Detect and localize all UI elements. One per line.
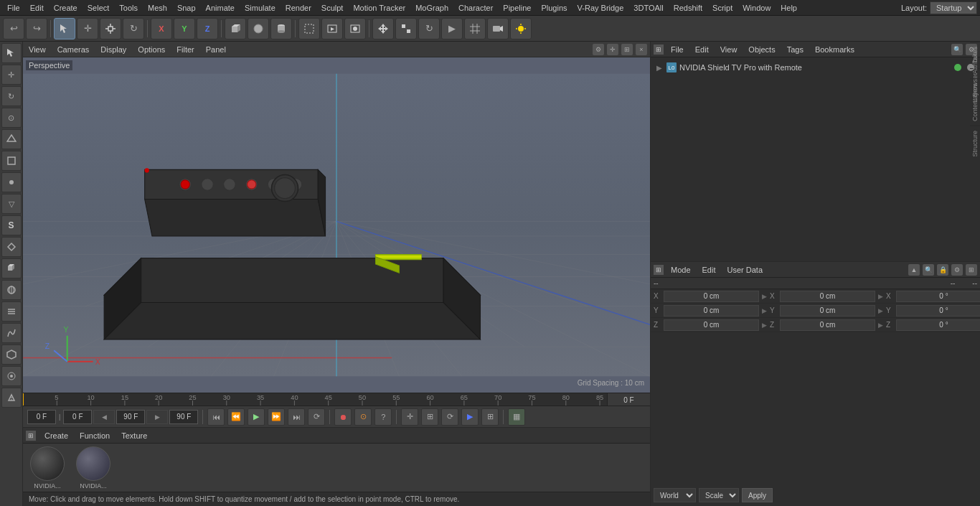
play-mode-btn[interactable]: ▶ — [461, 408, 479, 426]
end-frame-input[interactable] — [116, 410, 145, 424]
frame-selected-btn[interactable]: ⊞ — [421, 408, 438, 426]
menu-character[interactable]: Character — [454, 2, 497, 14]
ls-dynamics-btn[interactable] — [1, 388, 22, 408]
attr-mode-menu[interactable]: Mode — [666, 264, 695, 276]
menu-snap[interactable]: Snap — [173, 2, 200, 14]
mat-create-menu[interactable]: Create — [42, 430, 71, 441]
z-axis-button[interactable]: Z — [197, 18, 218, 39]
move-object-button[interactable] — [372, 18, 394, 39]
vtab-layers[interactable]: Layers — [970, 78, 980, 107]
attr-rot-z-input[interactable] — [896, 319, 980, 331]
viewport-canvas[interactable]: Perspective — [23, 57, 650, 393]
attr-lock-icon[interactable]: 🔒 — [937, 264, 948, 276]
attr-edit-menu[interactable]: Edit — [698, 264, 720, 276]
play-object-button[interactable]: ▶ — [441, 18, 463, 39]
move-view-btn[interactable]: ✛ — [401, 408, 418, 426]
viewport-panel-menu[interactable]: Panel — [203, 44, 229, 55]
menu-window[interactable]: Window — [738, 2, 775, 14]
menu-select[interactable]: Select — [83, 2, 114, 14]
attr-settings-icon[interactable]: ⚙ — [951, 264, 963, 276]
menu-file[interactable]: File — [3, 2, 24, 14]
obj-edit-menu[interactable]: Edit — [691, 44, 713, 55]
attr-pos-z-input[interactable] — [664, 319, 759, 331]
transform-button[interactable] — [395, 18, 417, 39]
render-viewport-button[interactable] — [321, 18, 343, 39]
ls-edge-btn[interactable] — [1, 151, 22, 171]
ls-object-btn[interactable] — [1, 258, 22, 278]
select-tool-button[interactable] — [54, 18, 75, 39]
attr-rot-x-input[interactable] — [896, 291, 980, 302]
attr-expand-icon[interactable]: ⊞ — [966, 264, 977, 276]
step-fwd-btn[interactable]: ⏩ — [268, 408, 285, 426]
frame-step-down[interactable]: ◀ — [93, 410, 115, 424]
move-tool-button[interactable]: ✛ — [77, 18, 98, 39]
menu-motion-tracker[interactable]: Motion Tracker — [349, 2, 410, 14]
obj-expand-icon[interactable]: ▶ — [656, 64, 662, 72]
attr-sx-arrow[interactable]: ▶ — [877, 293, 885, 300]
ls-tool3-btn[interactable]: ▽ — [1, 194, 22, 214]
viewport-cameras-menu[interactable]: Cameras — [55, 44, 93, 55]
ls-tag-btn[interactable] — [1, 237, 22, 257]
timeline[interactable]: 5 10 15 20 25 30 35 40 45 50 5 — [23, 393, 650, 406]
objects-header-icon[interactable]: ⊞ — [654, 44, 664, 55]
go-to-start-btn[interactable]: ⏮ — [207, 408, 225, 426]
menu-animate[interactable]: Animate — [202, 2, 239, 14]
go-to-end-btn[interactable]: ⏭ — [288, 408, 305, 426]
auto-key-btn[interactable]: ⊙ — [354, 408, 372, 426]
obj-visible-dot[interactable] — [954, 64, 961, 71]
sphere-button[interactable] — [248, 18, 269, 39]
obj-view-menu[interactable]: View — [716, 44, 742, 55]
ls-effector-btn[interactable] — [1, 366, 22, 386]
rotate-tool-button[interactable]: ↻ — [123, 18, 144, 39]
obj-search-icon[interactable]: 🔍 — [951, 44, 963, 55]
attr-sz-arrow[interactable]: ▶ — [877, 322, 885, 329]
ls-select-btn[interactable] — [1, 43, 22, 63]
attr-size-z-input[interactable] — [780, 319, 875, 331]
end-frame-input2[interactable] — [169, 410, 198, 424]
viewport-icon-settings[interactable]: ⚙ — [593, 44, 604, 55]
menu-pipeline[interactable]: Pipeline — [499, 2, 535, 14]
cube-button[interactable] — [225, 18, 246, 39]
loop-btn[interactable]: ⟳ — [308, 408, 325, 426]
obj-file-menu[interactable]: File — [666, 44, 688, 55]
y-axis-button[interactable]: Y — [174, 18, 195, 39]
render-button[interactable] — [344, 18, 366, 39]
ls-point-btn[interactable] — [1, 172, 22, 192]
render-region-button[interactable] — [298, 18, 320, 39]
attr-size-y-input[interactable] — [780, 305, 875, 317]
menu-help[interactable]: Help — [776, 2, 801, 14]
world-dropdown[interactable]: World Object Local — [654, 488, 696, 502]
menu-3dtoall[interactable]: 3DTOAll — [629, 2, 667, 14]
obj-bookmarks-menu[interactable]: Bookmarks — [811, 44, 859, 55]
menu-tools[interactable]: Tools — [115, 2, 142, 14]
menu-script[interactable]: Script — [708, 2, 737, 14]
material-header-icon[interactable]: ⊞ — [26, 431, 36, 441]
attr-rot-y-input[interactable] — [896, 305, 980, 317]
ls-rotate-btn[interactable]: ↻ — [1, 86, 22, 106]
attr-pos-y-input[interactable] — [664, 305, 759, 317]
cylinder-button[interactable] — [270, 18, 292, 39]
material-item-1[interactable]: NVIDIA... — [26, 446, 69, 489]
attr-size-x-input[interactable] — [780, 291, 875, 302]
attr-userdata-menu[interactable]: User Data — [723, 264, 768, 276]
redo-button[interactable]: ↪ — [26, 18, 47, 39]
menu-mesh[interactable]: Mesh — [143, 2, 171, 14]
vtab-structure[interactable]: Structure — [970, 126, 980, 161]
ls-deformer-btn[interactable] — [1, 345, 22, 365]
ls-material-btn[interactable]: S — [1, 215, 22, 235]
record-btn[interactable]: ⏺ — [334, 408, 352, 426]
attr-header-icon[interactable]: ⊞ — [654, 265, 664, 275]
material-item-2[interactable]: NVIDIA... — [72, 446, 115, 489]
obj-tags-menu[interactable]: Tags — [783, 44, 808, 55]
apply-button[interactable]: Apply — [742, 488, 773, 502]
ls-scene-btn[interactable] — [1, 280, 22, 300]
viewport-display-menu[interactable]: Display — [98, 44, 129, 55]
ls-spline-btn[interactable] — [1, 323, 22, 343]
ls-scale-btn[interactable]: ⊙ — [1, 108, 22, 128]
attr-search-icon[interactable]: 🔍 — [923, 264, 934, 276]
grid-view-btn[interactable]: ⊞ — [481, 408, 499, 426]
grid-button[interactable] — [464, 18, 486, 39]
start-frame-input[interactable] — [27, 410, 56, 424]
mat-texture-menu[interactable]: Texture — [118, 430, 150, 441]
scale-dropdown[interactable]: Scale Size — [699, 488, 739, 502]
